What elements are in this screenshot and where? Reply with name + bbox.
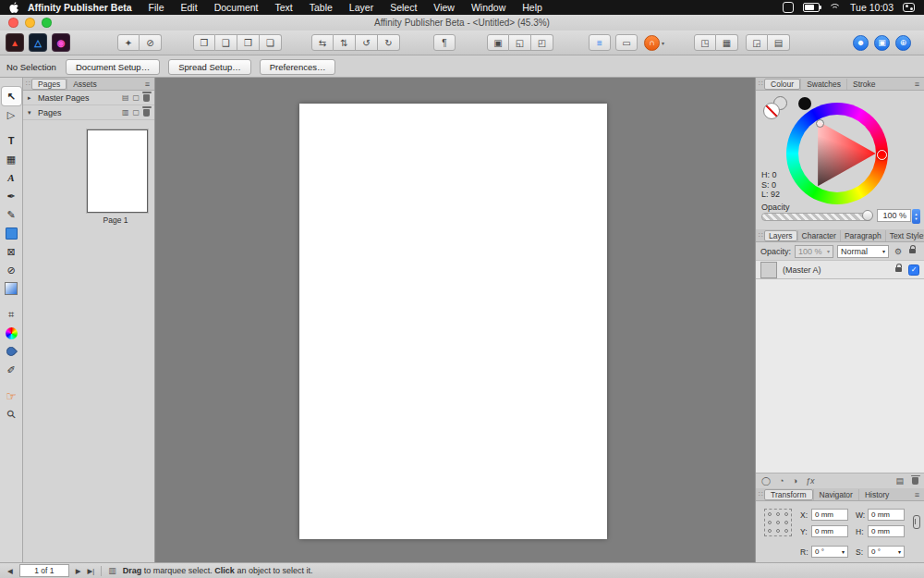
document-page[interactable] bbox=[299, 104, 607, 539]
fill-tool[interactable] bbox=[2, 279, 21, 298]
tab-navigator[interactable]: Navigator bbox=[813, 489, 858, 500]
layer-row-master-a[interactable]: (Master A) ✓ bbox=[756, 260, 924, 279]
picture-frame-ellipse-tool[interactable]: ⊘ bbox=[2, 261, 21, 279]
menu-item-help[interactable]: Help bbox=[514, 2, 551, 13]
panel-menu-icon[interactable]: ≡ bbox=[913, 490, 921, 499]
blend-mode-combo[interactable]: Normal ▾ bbox=[837, 245, 889, 258]
master-pages-section[interactable]: ▸ Master Pages ▤ ▢ bbox=[23, 91, 154, 105]
panel-grip-icon[interactable]: ∷ bbox=[26, 80, 30, 88]
spread-setup-button[interactable]: Spread Setup… bbox=[168, 59, 251, 75]
publisher-persona-button[interactable]: ▲ bbox=[6, 33, 24, 52]
tab-layers[interactable]: Layers bbox=[764, 230, 797, 241]
insert-inside-button[interactable]: ▣ bbox=[487, 34, 509, 51]
insert-on-top-button[interactable]: ◰ bbox=[531, 34, 553, 51]
person-badge-button[interactable]: ☻ bbox=[853, 35, 869, 51]
w-field[interactable]: 0 mm bbox=[868, 509, 905, 521]
style-picker-tool[interactable]: ✐ bbox=[2, 361, 21, 379]
show-rulers-button[interactable]: ▤ bbox=[768, 34, 790, 51]
snapping-dropdown-icon[interactable]: ▾ bbox=[662, 40, 664, 46]
document-setup-button[interactable]: Document Setup… bbox=[66, 59, 160, 75]
panel-menu-icon[interactable]: ≡ bbox=[143, 80, 152, 89]
menu-item-view[interactable]: View bbox=[425, 2, 463, 13]
snapping-button[interactable]: ∩ bbox=[644, 35, 660, 51]
show-margins-button[interactable]: ▭ bbox=[615, 34, 638, 51]
pencil-tool[interactable]: ✎ bbox=[2, 205, 21, 224]
tab-pages[interactable]: Pages bbox=[31, 79, 67, 90]
layer-settings-gear-icon[interactable]: ⚙ bbox=[894, 247, 902, 256]
opacity-stepper[interactable]: ▲ ▼ bbox=[912, 209, 920, 224]
shade-selector-dot[interactable] bbox=[816, 119, 824, 128]
menu-item-window[interactable]: Window bbox=[463, 2, 514, 13]
node-tool[interactable]: ▷ bbox=[2, 105, 21, 124]
colour-picker-tool[interactable] bbox=[2, 324, 21, 342]
layer-effects-icon[interactable]: ◯ bbox=[761, 476, 771, 486]
rotation-field[interactable]: 0 °▾ bbox=[811, 546, 848, 558]
tab-transform[interactable]: Transform bbox=[764, 489, 812, 500]
delete-layer-icon[interactable] bbox=[912, 477, 918, 485]
move-to-back-button[interactable]: ❏ bbox=[260, 34, 282, 51]
tab-paragraph[interactable]: Paragraph bbox=[840, 230, 885, 241]
opacity-slider[interactable] bbox=[761, 213, 872, 221]
tab-character[interactable]: Character bbox=[797, 230, 840, 241]
adjustment-icon[interactable]: ◑ bbox=[793, 476, 797, 486]
add-master-icon[interactable]: ▢ bbox=[132, 93, 140, 102]
menu-item-select[interactable]: Select bbox=[382, 2, 425, 13]
preferences-button[interactable]: Preferences… bbox=[260, 59, 336, 75]
photo-persona-button[interactable]: ◉ bbox=[52, 33, 70, 52]
h-field[interactable]: 0 mm bbox=[868, 525, 905, 537]
flip-horizontal-button[interactable]: ⇆ bbox=[311, 34, 334, 51]
panel-grip-icon[interactable]: ∷ bbox=[759, 490, 762, 498]
zoom-tool[interactable]: ⚲ bbox=[2, 405, 21, 424]
tab-assets[interactable]: Assets bbox=[67, 79, 103, 90]
layer-visibility-checkbox[interactable]: ✓ bbox=[908, 264, 919, 276]
menu-item-layer[interactable]: Layer bbox=[341, 2, 382, 13]
minimize-button[interactable] bbox=[25, 18, 35, 28]
menu-item-document[interactable]: Document bbox=[206, 2, 267, 13]
menu-item-table[interactable]: Table bbox=[301, 2, 341, 13]
colour-dropper-tool[interactable] bbox=[2, 342, 21, 361]
disclosure-closed-icon[interactable]: ▸ bbox=[28, 94, 34, 102]
current-colour-chip[interactable] bbox=[798, 97, 811, 110]
globe-badge-button[interactable]: ⊕ bbox=[895, 35, 911, 51]
rotate-anticlockwise-button[interactable]: ↺ bbox=[356, 34, 378, 51]
revert-defaults-button[interactable]: ⊘ bbox=[140, 34, 162, 51]
page-1-thumbnail[interactable] bbox=[87, 129, 148, 213]
delete-master-icon[interactable] bbox=[143, 94, 150, 102]
frame-text-tool[interactable]: T bbox=[2, 131, 21, 150]
fx-icon[interactable]: ƒx bbox=[806, 476, 815, 486]
panel-grip-icon[interactable]: ∷ bbox=[759, 80, 762, 88]
anchor-point-selector[interactable] bbox=[764, 509, 792, 536]
card-badge-button[interactable]: ▣ bbox=[874, 35, 890, 51]
fill-colour-selector[interactable] bbox=[763, 103, 780, 119]
layers-opacity-combo[interactable]: 100 % ▾ bbox=[795, 245, 833, 258]
designer-persona-button[interactable]: △ bbox=[29, 33, 47, 52]
menu-clock[interactable]: Tue 10:03 bbox=[850, 2, 894, 13]
layer-mask-icon[interactable]: ◔ bbox=[779, 476, 784, 486]
tab-colour[interactable]: Colour bbox=[764, 79, 800, 90]
pen-tool[interactable]: ✒ bbox=[2, 187, 21, 205]
shear-field[interactable]: 0 °▾ bbox=[868, 546, 905, 558]
tab-history[interactable]: History bbox=[858, 489, 894, 500]
menu-item-file[interactable]: File bbox=[140, 2, 173, 13]
app-menu[interactable]: Affinity Publisher Beta bbox=[19, 2, 140, 13]
layer-thumbnail[interactable] bbox=[760, 262, 777, 278]
move-forward-button[interactable]: ❑ bbox=[215, 34, 237, 51]
tab-text-styles[interactable]: Text Styles bbox=[885, 230, 924, 241]
pages-section[interactable]: ▾ Pages ▥ ▢ bbox=[23, 105, 154, 120]
y-field[interactable]: 0 mm bbox=[811, 525, 848, 537]
insert-behind-button[interactable]: ◱ bbox=[509, 34, 531, 51]
new-layer-icon[interactable]: ▤ bbox=[895, 476, 904, 486]
add-page-icon[interactable]: ▢ bbox=[132, 108, 140, 117]
link-dimensions-icon[interactable] bbox=[913, 515, 920, 529]
shape-tool[interactable] bbox=[2, 224, 21, 242]
layer-lock-icon[interactable] bbox=[895, 267, 902, 273]
text-flow-button[interactable]: ¶ bbox=[433, 34, 456, 51]
hue-selector-dot[interactable] bbox=[877, 150, 887, 160]
transform-origin-button[interactable]: ◳ bbox=[694, 34, 716, 51]
show-guides-button[interactable]: ≡ bbox=[589, 34, 611, 51]
master-options-icon[interactable]: ▤ bbox=[122, 93, 129, 102]
tab-stroke[interactable]: Stroke bbox=[846, 79, 881, 90]
opacity-value-field[interactable]: 100 % bbox=[877, 209, 911, 222]
panel-grip-icon[interactable]: ∷ bbox=[759, 231, 762, 240]
last-page-button[interactable]: ▶| bbox=[88, 567, 95, 575]
